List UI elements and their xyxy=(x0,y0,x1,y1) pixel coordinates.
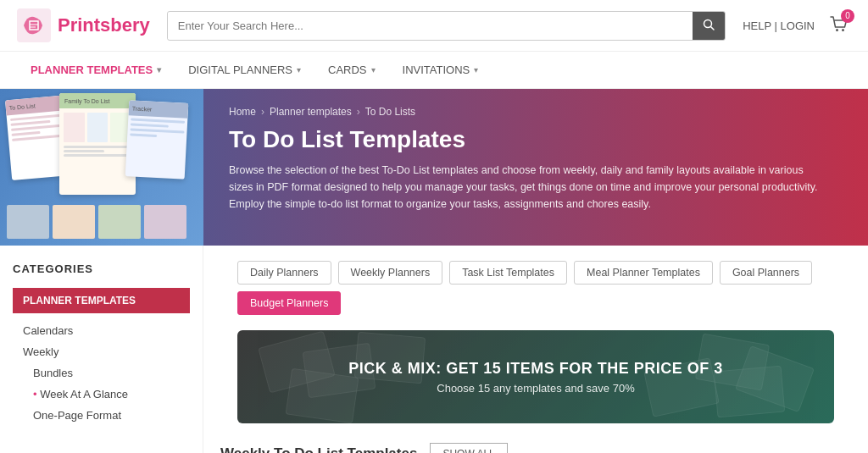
header-right: HELP | LOGIN 0 xyxy=(743,13,851,39)
sidebar-item-weekly[interactable]: Weekly xyxy=(13,341,190,362)
todo-image-3: Tracker xyxy=(125,100,189,180)
hero-content: Home › Planner templates › To Do Lists T… xyxy=(203,89,868,246)
main-content: Daily Planners Weekly Planners Task List… xyxy=(203,246,868,453)
main-nav: PLANNER TEMPLATES ▾ DIGITAL PLANNERS ▾ C… xyxy=(0,52,868,89)
breadcrumb-sep-2: › xyxy=(357,106,360,118)
breadcrumb-home[interactable]: Home xyxy=(229,106,256,118)
weekly-section-header: Weekly To Do List Templates SHOW ALL xyxy=(220,430,851,453)
nav-item-invitations[interactable]: INVITATIONS ▾ xyxy=(389,52,492,88)
svg-point-6 xyxy=(842,29,844,31)
search-bar xyxy=(167,11,726,41)
svg-point-5 xyxy=(836,29,838,31)
sidebar-title: CATEGORIES xyxy=(13,262,190,275)
logo[interactable]: Printsbery xyxy=(17,8,150,42)
chevron-down-icon: ▾ xyxy=(371,65,376,75)
filter-goal-planners[interactable]: Goal Planners xyxy=(720,261,812,285)
chevron-down-icon: ▾ xyxy=(474,65,478,75)
breadcrumb: Home › Planner templates › To Do Lists xyxy=(229,106,843,118)
help-login-link[interactable]: HELP | LOGIN xyxy=(743,19,815,32)
logo-icon xyxy=(17,8,51,42)
nav-item-planner-templates[interactable]: PLANNER TEMPLATES ▾ xyxy=(17,52,175,88)
search-input[interactable] xyxy=(168,13,693,39)
promo-banner[interactable]: PICK & MIX: GET 15 ITEMS FOR THE PRICE O… xyxy=(237,330,834,423)
logo-text: Printsbery xyxy=(58,14,150,36)
hero-description: Browse the selection of the best To-Do L… xyxy=(229,162,822,213)
filter-meal-planner-templates[interactable]: Meal Planner Templates xyxy=(574,261,713,285)
filter-daily-planners[interactable]: Daily Planners xyxy=(237,261,331,285)
nav-item-cards[interactable]: CARDS ▾ xyxy=(314,52,389,88)
breadcrumb-current: To Do Lists xyxy=(365,106,415,118)
hero-banner: To Do List Family To Do List xyxy=(0,89,868,246)
sidebar-item-bundles[interactable]: Bundles xyxy=(13,362,190,384)
todo-image-2: Family To Do List xyxy=(59,93,136,195)
search-button[interactable] xyxy=(693,12,725,40)
filter-weekly-planners[interactable]: Weekly Planners xyxy=(338,261,443,285)
sidebar: CATEGORIES PLANNER TEMPLATES Calendars W… xyxy=(0,246,203,453)
chevron-down-icon: ▾ xyxy=(157,65,161,75)
sidebar-section-planner-templates[interactable]: PLANNER TEMPLATES xyxy=(13,288,190,313)
nav-item-digital-planners[interactable]: DIGITAL PLANNERS ▾ xyxy=(175,52,314,88)
weekly-section-title: Weekly To Do List Templates xyxy=(220,445,417,453)
chevron-down-icon: ▾ xyxy=(297,65,301,75)
show-all-button[interactable]: SHOW ALL xyxy=(430,443,507,453)
filter-budget-planners[interactable]: Budget Planners xyxy=(237,291,341,315)
cart-badge: 0 xyxy=(841,9,854,23)
site-header: Printsbery HELP | LOGIN 0 xyxy=(0,0,868,52)
search-icon xyxy=(703,19,715,30)
promo-sub-text: Choose 15 any templates and save 70% xyxy=(348,382,723,395)
filter-bar: Daily Planners Weekly Planners Task List… xyxy=(220,246,851,323)
sidebar-item-calendars[interactable]: Calendars xyxy=(13,320,190,341)
svg-line-4 xyxy=(711,26,715,30)
hero-images: To Do List Family To Do List xyxy=(0,89,203,246)
cart-button[interactable]: 0 xyxy=(827,13,851,39)
sidebar-item-week-at-a-glance[interactable]: Week At A Glance xyxy=(13,384,190,405)
breadcrumb-sep-1: › xyxy=(261,106,264,118)
sidebar-item-one-page-format[interactable]: One-Page Format xyxy=(13,405,190,426)
promo-text: PICK & MIX: GET 15 ITEMS FOR THE PRICE O… xyxy=(348,360,723,395)
breadcrumb-planner-templates[interactable]: Planner templates xyxy=(270,106,352,118)
content-area: CATEGORIES PLANNER TEMPLATES Calendars W… xyxy=(0,246,868,453)
page-title: To Do List Templates xyxy=(229,126,843,153)
promo-main-text: PICK & MIX: GET 15 ITEMS FOR THE PRICE O… xyxy=(348,360,723,378)
filter-task-list-templates[interactable]: Task List Templates xyxy=(449,261,567,285)
